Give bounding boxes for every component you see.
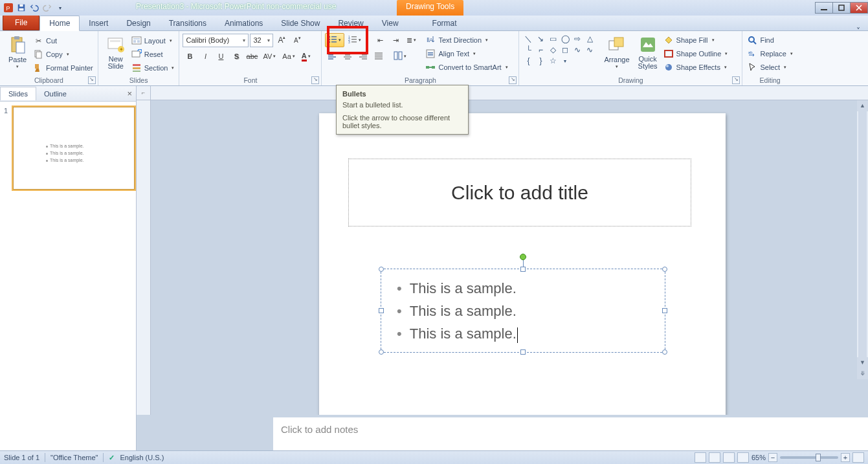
- numbering-button[interactable]: 123▾: [346, 33, 364, 47]
- font-launcher[interactable]: ↘: [311, 76, 319, 84]
- slide-thumbnail[interactable]: This is a sample. This is a sample. This…: [13, 107, 135, 190]
- shape-oval-icon[interactable]: ◯: [561, 34, 570, 43]
- paste-button[interactable]: Paste ▾: [3, 33, 32, 71]
- zoom-out-button[interactable]: −: [768, 453, 777, 462]
- new-slide-button[interactable]: ✦ New Slide: [102, 33, 130, 71]
- scroll-up-icon[interactable]: ▲: [857, 100, 868, 111]
- slide-canvas[interactable]: Click to add title •T: [151, 100, 857, 415]
- tab-review[interactable]: Review: [329, 16, 372, 30]
- tab-transitions[interactable]: Transitions: [160, 16, 216, 30]
- tab-home[interactable]: Home: [39, 16, 80, 31]
- shape-fill-button[interactable]: Shape Fill▾: [662, 34, 729, 47]
- shape-diamond-icon[interactable]: ◇: [548, 45, 557, 54]
- clipboard-launcher[interactable]: ↘: [88, 76, 96, 84]
- shape-arrow-icon[interactable]: ↘: [536, 34, 545, 43]
- drawing-launcher[interactable]: ↘: [732, 76, 740, 84]
- redo-icon[interactable]: [41, 2, 53, 14]
- arrange-button[interactable]: Arrange▾: [600, 33, 633, 71]
- tab-insert[interactable]: Insert: [80, 16, 117, 30]
- close-button[interactable]: [850, 2, 868, 14]
- shape-star-icon[interactable]: ☆: [548, 56, 557, 65]
- shape-scribble-icon[interactable]: ∿: [585, 45, 594, 54]
- cut-button[interactable]: ✂Cut: [32, 34, 95, 47]
- tab-animations[interactable]: Animations: [216, 16, 272, 30]
- notes-pane[interactable]: Click to add notes: [273, 415, 868, 450]
- shape-elbow-icon[interactable]: └: [524, 45, 533, 54]
- panel-tab-slides[interactable]: Slides: [0, 87, 36, 100]
- bullets-button[interactable]: ▾: [325, 33, 344, 47]
- horizontal-ruler[interactable]: [151, 86, 868, 100]
- save-icon[interactable]: [16, 2, 27, 14]
- rotation-handle[interactable]: [520, 254, 526, 260]
- align-text-button[interactable]: Align Text▾: [424, 47, 509, 60]
- slide[interactable]: Click to add title •T: [319, 113, 726, 415]
- italic-button[interactable]: I: [198, 49, 212, 63]
- grow-font-button[interactable]: A▴: [274, 33, 289, 47]
- undo-icon[interactable]: [28, 2, 40, 14]
- font-color-button[interactable]: A▾: [299, 49, 313, 63]
- powerpoint-icon[interactable]: P: [3, 2, 14, 14]
- reset-button[interactable]: Reset: [130, 48, 176, 61]
- text-direction-button[interactable]: ⅡAText Direction▾: [424, 34, 509, 47]
- normal-view-button[interactable]: [695, 452, 706, 463]
- vertical-ruler[interactable]: [137, 100, 151, 415]
- find-button[interactable]: Find: [746, 34, 794, 47]
- sorter-view-button[interactable]: [709, 452, 720, 463]
- scroll-track[interactable]: [858, 111, 867, 357]
- shape-outline-button[interactable]: Shape Outline▾: [662, 47, 729, 60]
- tab-view[interactable]: View: [373, 16, 408, 30]
- slideshow-view-button[interactable]: [737, 452, 749, 463]
- align-center-button[interactable]: [340, 49, 355, 63]
- resize-handle-s[interactable]: [520, 349, 526, 355]
- align-right-button[interactable]: [356, 49, 370, 63]
- resize-handle-sw[interactable]: [379, 349, 384, 355]
- panel-tab-outline[interactable]: Outline: [36, 87, 74, 100]
- zoom-thumb[interactable]: [816, 454, 821, 461]
- decrease-indent-button[interactable]: ⇤: [373, 33, 387, 47]
- resize-handle-nw[interactable]: [379, 267, 384, 272]
- zoom-slider[interactable]: [780, 456, 838, 459]
- font-size-combo[interactable]: 32▾: [250, 34, 273, 47]
- zoom-in-button[interactable]: +: [841, 453, 850, 462]
- shape-triangle-icon[interactable]: △: [585, 34, 594, 43]
- shape-effects-button[interactable]: Shape Effects▾: [662, 61, 729, 74]
- justify-button[interactable]: [372, 49, 386, 63]
- char-spacing-button[interactable]: AV▾: [260, 49, 278, 63]
- content-textbox[interactable]: •This is a sample. •This is a sample. •T…: [381, 269, 665, 353]
- format-painter-button[interactable]: Format Painter: [32, 61, 95, 74]
- shape-callout-icon[interactable]: ◻: [561, 45, 570, 54]
- resize-handle-se[interactable]: [662, 349, 667, 355]
- align-left-button[interactable]: [325, 49, 339, 63]
- copy-button[interactable]: Copy▾: [32, 48, 95, 61]
- vertical-scrollbar[interactable]: ▲ ▼ ⤋: [857, 100, 868, 379]
- quick-styles-button[interactable]: Quick Styles: [634, 33, 662, 71]
- convert-smartart-button[interactable]: Convert to SmartArt▾: [424, 61, 509, 74]
- tab-file[interactable]: File: [3, 15, 39, 30]
- paragraph-launcher[interactable]: ↘: [509, 76, 517, 84]
- textbox-content[interactable]: •This is a sample. •This is a sample. •T…: [381, 269, 665, 353]
- section-button[interactable]: Section▾: [130, 61, 176, 74]
- shrink-font-button[interactable]: A▾: [290, 33, 304, 47]
- bold-button[interactable]: B: [183, 49, 197, 63]
- resize-handle-w[interactable]: [379, 308, 384, 313]
- tab-slideshow[interactable]: Slide Show: [272, 16, 329, 30]
- tab-design[interactable]: Design: [117, 16, 159, 30]
- status-language[interactable]: English (U.S.): [120, 454, 164, 461]
- shapes-more-button[interactable]: ▾: [561, 56, 570, 65]
- columns-button[interactable]: ▾: [391, 49, 409, 63]
- ribbon-collapse-icon[interactable]: ˬ: [852, 19, 864, 30]
- shapes-gallery[interactable]: ＼ ↘ ▭ ◯ ⇨ △ └ ⌐ ◇ ◻ ∿ ∿ { } ☆ ▾: [522, 33, 600, 67]
- tab-format[interactable]: Format: [423, 16, 466, 30]
- shape-curve-icon[interactable]: ∿: [573, 45, 582, 54]
- reading-view-button[interactable]: [723, 452, 735, 463]
- next-slide-icon[interactable]: ⤋: [857, 368, 868, 379]
- qat-customize-icon[interactable]: ▾: [54, 2, 66, 14]
- maximize-button[interactable]: [832, 2, 851, 14]
- resize-handle-ne[interactable]: [662, 267, 667, 272]
- layout-button[interactable]: Layout▾: [130, 34, 176, 47]
- title-placeholder[interactable]: Click to add title: [348, 159, 691, 226]
- shape-rarrow-icon[interactable]: ⇨: [573, 34, 582, 43]
- zoom-level[interactable]: 65%: [751, 454, 766, 461]
- change-case-button[interactable]: Aa▾: [280, 49, 297, 63]
- shadow-button[interactable]: S: [229, 49, 243, 63]
